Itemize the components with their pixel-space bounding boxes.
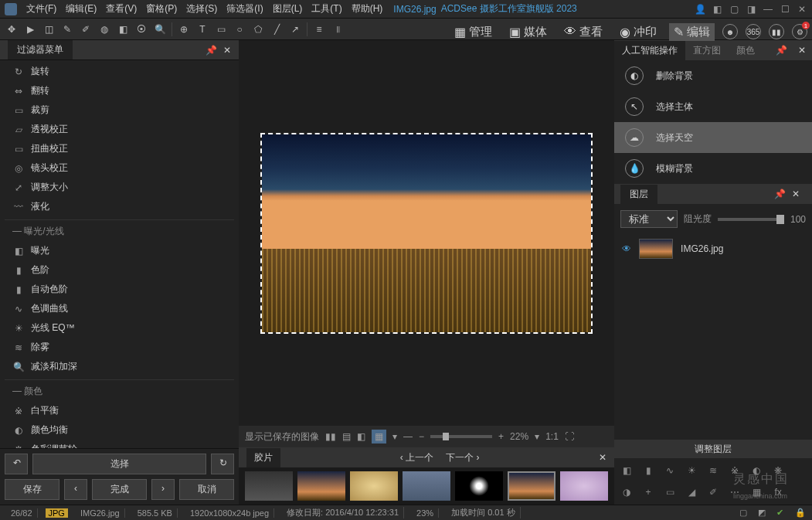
mode-edit[interactable]: ✎编辑 (669, 23, 715, 41)
face-icon[interactable]: ☻ (722, 24, 738, 39)
mode-view[interactable]: 👁查看 (559, 23, 607, 41)
pointer-tool-icon[interactable]: ▶ (23, 22, 37, 36)
adj-dehaze-icon[interactable]: ≋ (705, 463, 721, 478)
ai-op-item[interactable]: ↖选择主体 (614, 91, 812, 122)
menu-file[interactable]: 文件(F) (23, 1, 59, 17)
adj-lut-icon[interactable]: ▦ (749, 484, 764, 500)
menu-select[interactable]: 选择(S) (183, 1, 220, 17)
filter-item[interactable]: ❋色彩调节轮 (5, 440, 234, 448)
thumb-7[interactable] (560, 471, 608, 501)
blend-mode-select[interactable]: 标准 (620, 210, 678, 228)
notify-icon[interactable]: ⚙ (792, 24, 807, 39)
adj-light-icon[interactable]: ☀ (684, 463, 699, 478)
tab-histogram[interactable]: 直方图 (685, 41, 729, 60)
adj-exposure-icon[interactable]: ◧ (619, 463, 634, 478)
right-pin-icon[interactable]: 📌 (771, 45, 792, 56)
filter-item[interactable]: ↻旋转 (5, 62, 234, 81)
panel-close-icon[interactable]: ✕ (223, 45, 231, 56)
shape-tool-icon[interactable]: ▭ (214, 22, 228, 36)
distribute-tool-icon[interactable]: ⫴ (331, 22, 345, 36)
marquee-tool-icon[interactable]: ◫ (42, 22, 56, 36)
close-icon[interactable]: ✕ (797, 4, 807, 15)
opacity-slider[interactable] (718, 218, 784, 221)
layout-icon-3[interactable]: ◨ (746, 4, 756, 15)
filter-item[interactable]: ▭裁剪 (5, 100, 234, 120)
menu-layer[interactable]: 图层(L) (270, 1, 306, 17)
next-button[interactable]: › (151, 479, 175, 500)
adj-fx-icon[interactable]: fx (770, 484, 786, 500)
text-tool-icon[interactable]: T (195, 22, 209, 36)
filter-item[interactable]: ⤢调整大小 (5, 178, 234, 197)
ai-op-item[interactable]: ☁选择天空 (614, 122, 812, 153)
adj-more-icon[interactable]: ⋯ (727, 484, 742, 500)
brush-tool-icon[interactable]: ✐ (79, 22, 93, 36)
filter-item[interactable]: 〰液化 (5, 197, 234, 216)
filter-item[interactable]: ≋除雾 (5, 338, 234, 357)
done-button[interactable]: 完成 (92, 479, 147, 500)
adj-split-icon[interactable]: ◑ (619, 484, 634, 500)
minimize-icon[interactable]: — (763, 4, 773, 15)
layer-item[interactable]: 👁 IMG26.jpg (614, 234, 812, 263)
status-icon-1[interactable]: ▢ (739, 508, 750, 518)
fill-tool-icon[interactable]: ◍ (97, 22, 111, 36)
histogram-icon[interactable]: ▮▮ (325, 431, 336, 442)
zoom-in-icon[interactable]: + (498, 431, 504, 442)
layout-icon-1[interactable]: ◧ (712, 4, 722, 15)
select-button[interactable]: 选择 (32, 454, 206, 474)
adj-color-icon[interactable]: ◐ (749, 463, 764, 478)
filter-item[interactable]: 🔍减淡和加深 (5, 357, 234, 376)
layer-panel-tab[interactable]: 图层 (620, 185, 657, 204)
filmstrip-tab[interactable]: 胶片 (246, 448, 280, 467)
layer-visibility-icon[interactable]: 👁 (622, 243, 631, 254)
polygon-tool-icon[interactable]: ⬠ (251, 22, 265, 36)
pen-tool-icon[interactable]: ✎ (60, 22, 74, 36)
right-close-icon[interactable]: ✕ (792, 45, 812, 56)
menu-panes[interactable]: 窗格(P) (143, 1, 180, 17)
adj-gradient-icon[interactable]: ◢ (684, 484, 699, 500)
eyedrop-tool-icon[interactable]: ⦿ (134, 22, 148, 36)
prev-button[interactable]: ‹ (64, 479, 87, 500)
pan-tool-icon[interactable]: ✥ (5, 22, 19, 36)
adj-add-icon[interactable]: + (640, 484, 656, 500)
zoom-out-icon[interactable]: − (419, 431, 424, 442)
tab-ai-ops[interactable]: 人工智能操作 (614, 41, 685, 60)
layer-close-icon[interactable]: ✕ (786, 189, 806, 199)
filter-item[interactable]: ▭扭曲校正 (5, 139, 234, 158)
layer-pin-icon[interactable]: 📌 (774, 189, 786, 199)
thumb-1[interactable] (245, 471, 293, 501)
menu-help[interactable]: 帮助(H) (348, 1, 386, 17)
filter-item[interactable]: ⇔翻转 (5, 81, 234, 100)
mask-icon[interactable]: ◧ (357, 431, 365, 442)
filter-item[interactable]: ▮色阶 (5, 260, 234, 280)
cancel-button[interactable]: 取消 (179, 479, 234, 500)
fit-icon[interactable]: ⛶ (565, 431, 574, 442)
clone-tool-icon[interactable]: ⊕ (177, 22, 191, 36)
tab-color[interactable]: 颜色 (729, 41, 763, 60)
preview-icon[interactable]: ▦ (372, 430, 386, 444)
status-icon-3[interactable]: ✔ (776, 508, 787, 518)
filter-item[interactable]: ◐颜色均衡 (5, 420, 234, 440)
line-tool-icon[interactable]: ╱ (270, 22, 284, 36)
zoom-tool-icon[interactable]: 🔍 (153, 22, 167, 36)
zoom-slider[interactable] (430, 435, 492, 438)
filmstrip-prev[interactable]: ‹ 上一个 (400, 451, 433, 464)
mode-develop[interactable]: ◉冲印 (615, 23, 661, 41)
pin-icon[interactable]: 📌 (206, 45, 217, 56)
account-icon[interactable]: 👤 (695, 4, 705, 15)
save-button[interactable]: 保存 (5, 479, 59, 500)
scale-1-1[interactable]: 1:1 (545, 431, 559, 442)
filter-item[interactable]: ∿色调曲线 (5, 299, 234, 318)
mode-media[interactable]: ▣媒体 (505, 23, 552, 41)
ai-op-item[interactable]: 💧模糊背景 (614, 153, 812, 184)
ai-op-item[interactable]: ◐删除背景 (614, 60, 812, 91)
dropdown-icon[interactable]: ▾ (392, 431, 397, 442)
menu-filter[interactable]: 筛选器(I) (223, 1, 266, 17)
adj-levels-icon[interactable]: ▮ (640, 463, 656, 478)
zoom-dropdown-icon[interactable]: ▾ (535, 431, 539, 442)
filmstrip-next[interactable]: 下一个 › (446, 451, 479, 464)
thumb-3[interactable] (350, 471, 398, 501)
gradient-tool-icon[interactable]: ◧ (116, 22, 130, 36)
align-tool-icon[interactable]: ≡ (312, 22, 326, 36)
filter-item[interactable]: ※白平衡 (5, 401, 234, 420)
thumb-5[interactable] (455, 471, 503, 501)
